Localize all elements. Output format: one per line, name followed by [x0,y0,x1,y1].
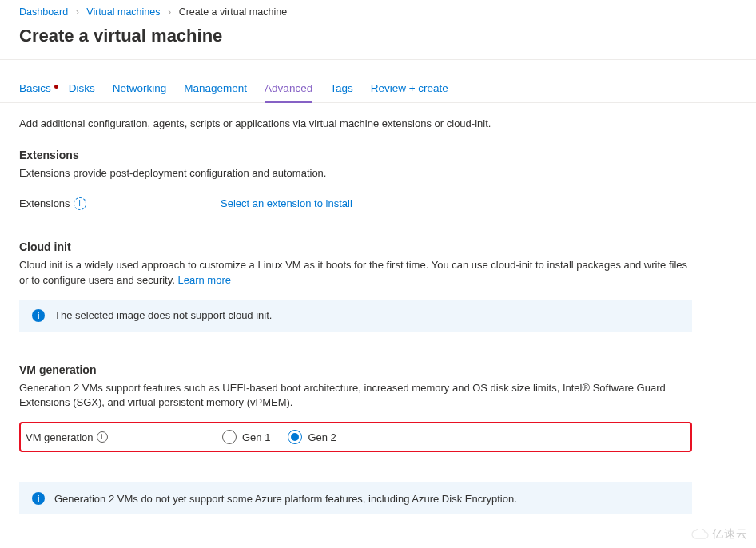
radio-gen2[interactable]: Gen 2 [288,430,336,444]
vmgen-callout: i Generation 2 VMs do not yet support so… [19,482,692,514]
tab-content-advanced: Add additional configuration, agents, sc… [0,103,711,548]
info-icon: i [32,492,45,505]
learn-more-link[interactable]: Learn more [177,274,230,286]
watermark-text: 亿速云 [712,527,748,542]
tab-disks[interactable]: Disks [69,74,95,102]
radio-icon [288,430,302,444]
info-icon[interactable]: i [97,431,108,443]
tab-management[interactable]: Management [184,74,247,102]
extensions-row: Extensions i Select an extension to inst… [19,193,692,215]
info-icon[interactable]: i [74,197,86,210]
cloudinit-desc-text: Cloud init is a widely used approach to … [19,259,687,286]
section-vmgen-heading: VM generation [19,363,692,376]
radio-gen1[interactable]: Gen 1 [222,430,270,444]
watermark: 亿速云 [691,527,748,542]
vmgen-description: Generation 2 VMs support features such a… [19,381,692,411]
extensions-label: Extensions [19,197,70,209]
radio-icon [222,430,237,444]
vmgen-radio-group: Gen 1 Gen 2 [222,430,336,444]
cloudinit-callout: i The selected image does not support cl… [19,300,692,332]
breadcrumb-link-vms[interactable]: Virtual machines [86,6,160,18]
radio-gen2-label: Gen 2 [308,431,336,443]
vmgen-callout-text: Generation 2 VMs do not yet support some… [54,493,517,505]
cloud-icon [691,529,709,540]
breadcrumb-link-dashboard[interactable]: Dashboard [19,6,68,18]
select-extension-link[interactable]: Select an extension to install [221,197,352,209]
cloudinit-description: Cloud init is a widely used approach to … [19,258,692,288]
page-title: Create a virtual machine [0,22,756,59]
chevron-right-icon: › [76,6,79,18]
vmgen-highlight: VM generation i Gen 1 Gen 2 [19,422,692,452]
tabs: Basics Disks Networking Management Advan… [0,74,756,103]
chevron-right-icon: › [168,6,171,18]
breadcrumb: Dashboard › Virtual machines › Create a … [0,0,756,22]
radio-gen1-label: Gen 1 [242,431,270,443]
vmgen-label: VM generation [26,431,94,443]
tab-basics[interactable]: Basics [19,74,51,102]
breadcrumb-current: Create a virtual machine [179,6,287,18]
info-icon: i [32,309,45,322]
tab-networking[interactable]: Networking [113,74,167,102]
cloudinit-callout-text: The selected image does not support clou… [54,309,272,321]
tab-advanced[interactable]: Advanced [265,74,312,102]
intro-text: Add additional configuration, agents, sc… [19,117,692,129]
tab-tags[interactable]: Tags [330,74,353,102]
divider [0,59,756,60]
tab-review[interactable]: Review + create [371,74,448,102]
section-extensions-heading: Extensions [19,149,692,161]
section-cloudinit-heading: Cloud init [19,240,692,253]
extensions-description: Extensions provide post-deployment confi… [19,166,692,181]
